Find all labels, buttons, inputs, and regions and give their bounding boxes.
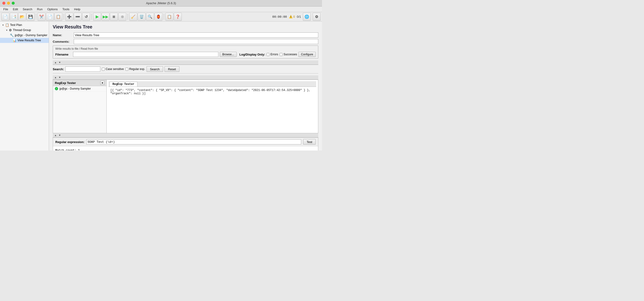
open-button[interactable]: 📂 [18,13,26,21]
arrow-down-3[interactable]: ▼ [58,134,62,137]
maximize-button[interactable] [12,2,15,5]
start-no-pause-button[interactable]: ▶▶ [102,13,110,21]
listener-label: View Results Tree [18,39,41,42]
paste-button[interactable]: 📋 [54,13,62,21]
reset-btn[interactable]: Reset [164,66,180,72]
results-container: RegExp Tester ▼ ✓ jp@gc - Dummy Sampler … [53,80,318,133]
menu-edit[interactable]: Edit [10,7,20,12]
extra-button[interactable]: ⚙ [313,13,320,21]
save-button[interactable]: 💾 [26,13,34,21]
regular-exp-label[interactable]: Regular exp. [125,68,145,71]
separator-5 [164,14,164,20]
right-panel: View Results Tree Name: Comments: Write … [49,22,322,150]
panel-title: View Results Tree [53,24,318,30]
remove-button[interactable]: ➖ [74,13,82,21]
thread-group-icon: ⚙ [9,28,12,32]
browse-button[interactable]: Browse... [220,52,236,57]
cut-button[interactable]: ✂️ [38,13,46,21]
sample-item[interactable]: ✓ jp@gc - Dummy Sampler [53,86,106,92]
menu-search[interactable]: Search [20,7,34,12]
clear-all-button[interactable]: 🗑️ [138,13,146,21]
search-btn[interactable]: Search [146,66,163,72]
dropdown-button[interactable]: ▼ [100,81,104,85]
expander-thread-group: ▼ [5,29,8,32]
minimize-button[interactable] [7,2,10,5]
sample-name: jp@gc - Dummy Sampler [60,87,91,90]
arrow-down-2[interactable]: ▼ [58,76,62,79]
list-button[interactable]: 📋 [166,13,173,21]
match-count: Match count: 1 [55,148,316,150]
file-group: Write results to file / Read from file F… [53,46,318,58]
results-right: RegExp Tester [{ "id": "773", "content":… [107,80,318,133]
response-data: [{ "id": "773", "content": { "SP_VX": { … [108,87,316,97]
menu-help[interactable]: Help [72,7,83,12]
start-button[interactable]: ▶ [93,13,101,21]
regexp-input[interactable] [86,139,301,144]
arrow-up-3[interactable]: ▲ [54,134,58,137]
menu-file[interactable]: File [1,7,10,12]
results-left: RegExp Tester ▼ ✓ jp@gc - Dummy Sampler [53,80,107,133]
tree-item-thread-group[interactable]: ▼ ⚙ Thread Group [0,28,49,33]
menu-run[interactable]: Run [35,7,45,12]
comments-label: Comments: [53,40,74,44]
clear-button[interactable]: 🧹 [129,13,137,21]
app-title: Apache JMeter (5.6.3) [146,2,176,5]
warning-icon: ⚠️ [289,15,292,18]
case-sensitive-label[interactable]: Case sensitive [102,68,124,71]
results-left-header: RegExp Tester ▼ [53,80,106,86]
arrow-up-1[interactable]: ▲ [54,61,58,64]
open-templates-button[interactable]: 📑 [10,13,18,21]
file-group-legend: Write results to file / Read from file [55,47,316,50]
arrow-down-1[interactable]: ▼ [58,61,62,64]
configure-button[interactable]: Configure [298,52,316,57]
menu-tools[interactable]: Tools [60,7,72,12]
copy-button[interactable]: 📄 [46,13,54,21]
progress-display: 0/1 [297,15,301,18]
divider-3: ▲ ▼ [53,133,318,138]
search-button[interactable]: 🔍 [146,13,154,21]
test-plan-label: Test Plan [10,23,22,26]
tree-item-test-plan[interactable]: ▼ 📋 Test Plan [0,22,49,28]
successes-checkbox-label[interactable]: Successes [280,53,297,56]
separator-2 [64,14,64,20]
help-button[interactable]: ❓ [174,13,182,21]
menu-bar: File Edit Search Run Options Tools Help [0,6,322,12]
filename-input[interactable] [73,52,218,57]
test-button[interactable]: Test [303,139,316,145]
arrow-up-2[interactable]: ▲ [54,76,58,79]
regular-exp-checkbox[interactable] [125,68,128,71]
comments-input[interactable] [74,39,318,44]
name-input[interactable] [74,32,318,38]
add-button[interactable]: ➕ [65,13,73,21]
network-button[interactable]: 🌐 [303,13,311,21]
case-sensitive-checkbox[interactable] [102,68,105,71]
regexp-label: Regular expression: [55,140,84,144]
errors-checkbox-label[interactable]: Errors [266,53,278,56]
stop-button[interactable]: ⏹ [110,13,118,21]
menu-options[interactable]: Options [45,7,60,12]
separator-1 [36,14,36,20]
close-button[interactable] [2,2,5,5]
new-button[interactable]: 📄 [2,13,9,21]
errors-checkbox[interactable] [266,53,270,56]
sampler-icon: 🔧 [10,33,14,37]
expander-test-plan: ▼ [2,24,5,26]
regexp-tester-tab[interactable]: RegExp Tester [110,82,138,86]
search-input[interactable] [65,66,100,72]
main-layout: ▼ 📋 Test Plan ▼ ⚙ Thread Group 🔧 jp@gc -… [0,22,322,150]
warning-badge: ⚠️ 0 [289,15,295,18]
divider-1: ▲ ▼ [53,60,318,65]
regexp-tester-title-left: RegExp Tester [55,81,76,85]
tree-item-listener[interactable]: 📊 View Results Tree [0,38,49,43]
left-panel: ▼ 📋 Test Plan ▼ ⚙ Thread Group 🔧 jp@gc -… [0,22,49,150]
menu-button[interactable]: 🏮 [154,13,162,21]
tree-item-sampler[interactable]: 🔧 jp@gc - Dummy Sampler [0,33,49,38]
shutdown-button[interactable]: ⊗ [118,13,126,21]
test-plan-icon: 📋 [5,23,9,27]
filename-label: Filename [55,53,72,56]
tab-bar: RegExp Tester [108,81,316,87]
regexp-row: Regular expression: Test [53,138,318,146]
successes-checkbox[interactable] [280,53,282,56]
successes-label: Successes [284,53,297,56]
undo-button[interactable]: ↺ [82,13,90,21]
